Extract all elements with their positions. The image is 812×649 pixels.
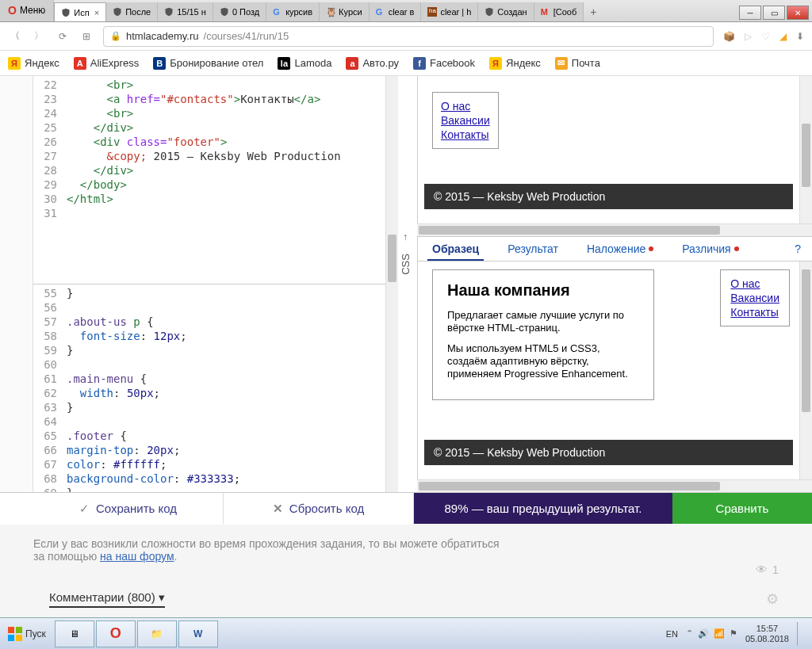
- tab-label: clear в: [389, 7, 415, 17]
- time-text: 15:57: [745, 624, 789, 634]
- network-icon[interactable]: 📶: [714, 628, 725, 639]
- start-button[interactable]: Пуск: [0, 624, 54, 644]
- button-label: Сохранить код: [96, 502, 177, 515]
- save-code-button[interactable]: ✓ Сохранить код: [33, 493, 224, 524]
- html-editor[interactable]: 22232425262728293031 <br> <a href="#cont…: [33, 76, 398, 284]
- preview-area: О нас Вакансии Контакты © 2015 — Keksby …: [417, 76, 812, 492]
- bookmark-item[interactable]: ✉Почта: [555, 57, 600, 70]
- tab-result[interactable]: Результат: [493, 237, 573, 261]
- taskbar-app[interactable]: O: [96, 620, 136, 647]
- opera-menu-label: Меню: [20, 5, 45, 16]
- nav-link[interactable]: Вакансии: [441, 113, 490, 128]
- language-indicator[interactable]: EN: [666, 629, 678, 639]
- company-text: Мы используем HTML5 и CSS3, создаём адап…: [447, 342, 639, 380]
- comments-toggle[interactable]: Комментарии (800) ▾: [49, 590, 165, 608]
- clock[interactable]: 15:57 05.08.2018: [745, 624, 789, 644]
- attr-value: "#contacts": [160, 93, 234, 105]
- close-icon[interactable]: ×: [94, 8, 99, 17]
- nav-link[interactable]: Контакты: [441, 128, 490, 142]
- start-label: Пуск: [25, 628, 46, 639]
- scrollbar-vertical[interactable]: [385, 284, 398, 492]
- result-display: 89% — ваш предыдущий результат.: [414, 493, 672, 524]
- bookmark-item[interactable]: BБронирование отел: [153, 57, 263, 70]
- bookmark-label: Почта: [572, 57, 600, 69]
- back-button[interactable]: 〈: [8, 29, 22, 44]
- nav-link[interactable]: О нас: [441, 99, 490, 113]
- taskbar-app[interactable]: 🖥: [55, 620, 94, 647]
- browser-tab[interactable]: После: [106, 2, 158, 21]
- code-content[interactable]: } .about-us p { font-size: 12px; } .main…: [63, 284, 398, 492]
- browser-tab[interactable]: 15/15 н: [158, 2, 213, 21]
- forward-button[interactable]: 〉: [32, 29, 46, 44]
- minimize-button[interactable]: ─: [739, 6, 761, 20]
- opera-menu-button[interactable]: O Меню: [0, 0, 54, 21]
- code-content[interactable]: <br> <a href="#contacts">Контакты</a> <b…: [63, 76, 398, 284]
- speed-dial-button[interactable]: ⊞: [79, 29, 94, 44]
- browser-tab[interactable]: Gкурсив: [266, 2, 320, 21]
- footer-text: .: [174, 550, 178, 563]
- scrollbar-horizontal[interactable]: [417, 223, 812, 236]
- window-titlebar: O Меню Исп × После 15/15 н 0 Позд Gкурси…: [0, 0, 812, 22]
- ha-icon: ha: [427, 7, 437, 17]
- nav-link[interactable]: О нас: [730, 277, 779, 291]
- chevron-up-icon[interactable]: ⌃: [686, 628, 693, 639]
- forum-link[interactable]: на наш форум: [100, 550, 174, 563]
- taskbar-app[interactable]: W: [178, 620, 218, 647]
- bookmark-label: Facebook: [430, 57, 475, 69]
- bookmark-item[interactable]: AAliExpress: [74, 57, 139, 70]
- reset-code-button[interactable]: ✕ Сбросить код: [224, 493, 414, 524]
- heart-icon[interactable]: ♡: [761, 31, 770, 42]
- scrollbar-vertical[interactable]: [799, 76, 812, 223]
- browser-tab[interactable]: Создан: [478, 2, 534, 21]
- show-desktop[interactable]: [797, 622, 804, 646]
- editor-area: 22232425262728293031 <br> <a href="#cont…: [33, 76, 398, 492]
- volume-icon[interactable]: 🔊: [698, 628, 709, 639]
- tab-sample[interactable]: Образец: [418, 237, 493, 261]
- browser-tab[interactable]: haclear | h: [421, 2, 478, 21]
- scrollbar-horizontal[interactable]: [417, 479, 812, 492]
- flag-icon[interactable]: ⚑: [730, 628, 737, 639]
- browser-tab[interactable]: Gclear в: [370, 2, 422, 21]
- browser-tab-active[interactable]: Исп ×: [54, 2, 106, 21]
- bookmark-item[interactable]: aАвто.ру: [346, 57, 399, 70]
- nav-link[interactable]: Вакансии: [730, 291, 779, 305]
- compare-button[interactable]: Сравнить: [672, 493, 812, 524]
- svg-rect-3: [16, 635, 22, 641]
- close-window-button[interactable]: ✕: [787, 6, 809, 20]
- result-text: 89% — ваш предыдущий результат.: [445, 502, 642, 515]
- opera-icon: O: [110, 625, 121, 642]
- gear-icon[interactable]: ⚙: [766, 590, 779, 608]
- shield-icon: [164, 7, 174, 17]
- browser-tab[interactable]: M[Сооб: [534, 2, 584, 21]
- nav-link[interactable]: Контакты: [730, 305, 779, 319]
- browser-tab[interactable]: 🦉Курси: [320, 2, 370, 21]
- reload-button[interactable]: ⟳: [56, 29, 70, 44]
- download-icon[interactable]: ⬇: [796, 31, 804, 42]
- extension-icon[interactable]: ▷: [745, 31, 752, 42]
- eye-icon: 👁: [756, 563, 768, 576]
- button-label: Сравнить: [716, 502, 769, 515]
- tab-overlay[interactable]: Наложение: [573, 237, 668, 261]
- bookmark-item[interactable]: ЯЯндекс: [8, 57, 59, 70]
- svg-rect-2: [8, 635, 14, 641]
- left-gutter: [0, 76, 33, 492]
- css-editor[interactable]: 55565758596061626364656667686970 } .abou…: [33, 284, 398, 492]
- bookmark-item[interactable]: ЯЯндекс: [489, 57, 541, 70]
- tab-label: clear | h: [440, 7, 471, 17]
- windows-icon: [8, 627, 22, 641]
- scrollbar-vertical[interactable]: [799, 262, 812, 479]
- address-bar[interactable]: 🔒 htmlacademy.ru/courses/41/run/15: [103, 26, 714, 47]
- maximize-button[interactable]: ▭: [763, 6, 785, 20]
- new-tab-button[interactable]: +: [584, 2, 603, 21]
- taskbar-app[interactable]: 📁: [137, 620, 177, 647]
- google-icon: G: [273, 7, 282, 17]
- comments-label: Комментарии (800) ▾: [49, 590, 165, 604]
- tab-diff[interactable]: Различия: [668, 237, 753, 261]
- word-icon: W: [193, 628, 202, 639]
- extension-icon[interactable]: 📦: [723, 31, 735, 42]
- browser-tab[interactable]: 0 Позд: [213, 2, 266, 21]
- bookmark-item[interactable]: fFacebook: [413, 57, 475, 70]
- bookmark-item[interactable]: laLamoda: [278, 57, 331, 70]
- extension-icon[interactable]: ◢: [779, 31, 787, 42]
- tab-help[interactable]: ?: [783, 237, 812, 261]
